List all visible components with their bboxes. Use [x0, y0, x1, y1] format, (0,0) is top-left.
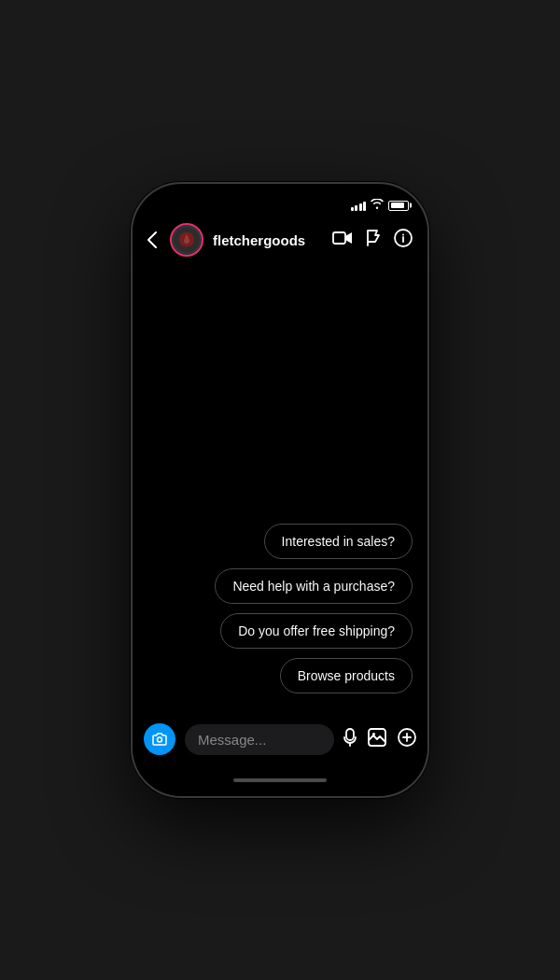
chat-header: fletchergoods: [133, 217, 427, 266]
camera-button[interactable]: [144, 723, 175, 755]
signal-bar-1: [351, 207, 354, 211]
home-bar: [233, 778, 327, 782]
back-button[interactable]: [144, 228, 161, 252]
svg-point-4: [402, 233, 404, 235]
volume-up-button: [131, 315, 132, 341]
quick-reply-purchase[interactable]: Need help with a purchase?: [215, 568, 413, 604]
phone-screen: fletchergoods: [133, 184, 427, 796]
signal-bar-2: [355, 205, 357, 211]
info-icon[interactable]: [394, 229, 413, 252]
quick-replies-container: Interested in sales? Need help with a pu…: [147, 524, 413, 701]
header-actions: [332, 229, 413, 252]
quick-reply-sales[interactable]: Interested in sales?: [264, 524, 413, 559]
input-actions: [343, 728, 416, 751]
svg-rect-2: [333, 232, 345, 244]
username-label[interactable]: fletchergoods: [213, 232, 323, 248]
phone-frame: fletchergoods: [131, 182, 429, 798]
avatar-image: [173, 226, 201, 254]
status-bar: [133, 184, 427, 217]
battery-fill: [391, 203, 404, 208]
gallery-icon[interactable]: [368, 728, 386, 751]
svg-rect-6: [346, 729, 354, 740]
message-placeholder: Message...: [198, 732, 321, 748]
svg-point-1: [184, 238, 189, 244]
mute-switch: [131, 285, 132, 305]
message-input-container[interactable]: Message...: [185, 724, 334, 755]
quick-reply-shipping[interactable]: Do you offer free shipping?: [220, 613, 413, 649]
microphone-icon[interactable]: [343, 728, 357, 751]
signal-bar-4: [363, 202, 366, 211]
wifi-icon: [371, 199, 384, 212]
battery-icon: [388, 201, 409, 211]
signal-bar-3: [359, 203, 362, 211]
avatar-inner: [173, 226, 201, 254]
flag-icon[interactable]: [366, 230, 381, 251]
video-call-icon[interactable]: [332, 231, 353, 250]
home-indicator: [133, 770, 427, 796]
signal-icon: [351, 201, 367, 211]
notch: [238, 184, 322, 204]
chat-area: Interested in sales? Need help with a pu…: [133, 266, 427, 716]
status-icons: [351, 199, 410, 212]
quick-reply-browse[interactable]: Browse products: [280, 658, 413, 693]
avatar[interactable]: [170, 223, 203, 257]
volume-down-button: [131, 348, 132, 374]
message-input-bar: Message...: [133, 716, 427, 770]
add-icon[interactable]: [398, 728, 416, 751]
svg-point-5: [158, 737, 162, 742]
